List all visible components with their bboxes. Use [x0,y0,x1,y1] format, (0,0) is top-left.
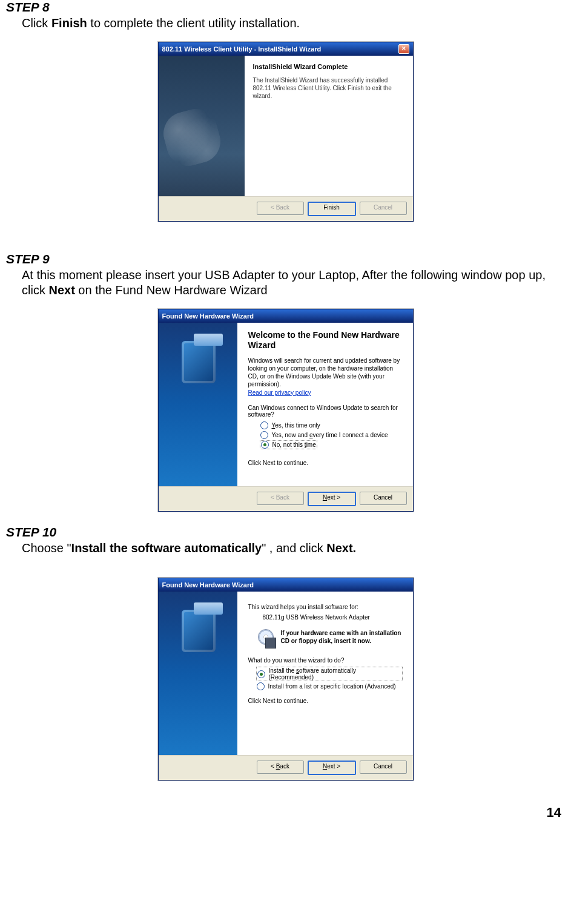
dialog-body: InstallShield Wizard Complete The Instal… [159,56,413,196]
info-box: If your hardware came with an installati… [257,629,402,647]
radio-icon [260,421,268,429]
back-button: < Back [257,492,304,505]
info-text: If your hardware came with an installati… [281,629,402,645]
cancel-button: Cancel [360,202,407,215]
step10-heading: STEP 10 [6,525,565,540]
dialog-footer: < Back Finish Cancel [159,196,413,221]
step9-figure: Found New Hardware Wizard Welcome to the… [6,309,565,512]
step8-heading: STEP 8 [6,0,565,15]
step10-body-prefix: Choose " [22,541,71,555]
radio-icon-checked [257,670,265,678]
radio-label: Install from a list or specific location… [268,683,396,690]
step8-body: Click Finish to complete the client util… [22,16,565,31]
wizard-main: This wizard helps you install software f… [237,592,413,755]
next-button[interactable]: Next > [308,492,356,506]
titlebar-buttons: ✕ [398,44,409,54]
radio-yes-always[interactable]: Yes, now and every time I connect a devi… [260,431,402,439]
radio-no[interactable]: No, not this time [260,441,317,449]
installshield-dialog: 802.11 Wireless Client Utility - Install… [158,42,414,222]
step9-body-suffix: on the Fund New Hardware Wizard [75,283,268,297]
dialog-title: Found New Hardware Wizard [162,312,254,320]
cancel-button[interactable]: Cancel [360,492,407,505]
dialog-footer: < Back Next > Cancel [159,755,413,780]
back-button: < Back [257,202,304,215]
dialog-title: Found New Hardware Wizard [162,581,254,589]
radio-label: Yes, now and every time I connect a devi… [272,432,388,438]
dialog-titlebar: 802.11 Wireless Client Utility - Install… [159,42,413,56]
step8-body-suffix: to complete the client utility installat… [87,16,300,30]
radio-auto[interactable]: Install the software automatically (Reco… [257,667,402,681]
back-button[interactable]: < Back [257,761,304,774]
step9-body: At this moment please insert your USB Ad… [22,268,565,298]
finish-button[interactable]: Finish [308,202,356,216]
step10-body-mid: " , and click [262,541,326,555]
radio-label: Yes, this time only [272,422,320,429]
dialog-body: This wizard helps you install software f… [159,592,413,755]
continue-text: Click Next to continue. [248,460,402,466]
radio-label: No, not this time [272,441,316,448]
radio-group: Yes, this time only Yes, now and every t… [260,421,402,449]
wizard-question: Can Windows connect to Windows Update to… [248,404,402,418]
radio-icon [257,682,265,690]
dialog-body: Welcome to the Found New Hardware Wizard… [159,323,413,486]
cd-floppy-icon [257,629,275,647]
dialog-main: InstallShield Wizard Complete The Instal… [245,56,413,196]
step10-body: Choose "Install the software automatical… [22,541,565,556]
radio-icon-checked [261,441,269,449]
dialog-titlebar: Found New Hardware Wizard [159,309,413,323]
dialog-text: The InstallShield Wizard has successfull… [253,76,404,100]
step8-body-prefix: Click [22,16,51,30]
radio-yes-once[interactable]: Yes, this time only [260,421,402,429]
privacy-link[interactable]: Read our privacy policy [248,389,311,396]
close-icon[interactable]: ✕ [398,44,409,54]
continue-text: Click Next to continue. [248,698,402,704]
wizard-desc: Windows will search for current and upda… [248,357,402,388]
wizard-heading: Welcome to the Found New Hardware Wizard [248,330,402,351]
fnhw-dialog-2: Found New Hardware Wizard This wizard he… [158,578,414,780]
dialog-titlebar: Found New Hardware Wizard [159,578,413,592]
dialog-heading: InstallShield Wizard Complete [253,63,404,70]
dialog-footer: < Back Next > Cancel [159,486,413,511]
step10-body-bold2: Next. [326,541,356,555]
step9-body-bold: Next [48,283,74,297]
step10-figure: Found New Hardware Wizard This wizard he… [6,578,565,780]
radio-advanced[interactable]: Install from a list or specific location… [257,682,402,690]
radio-group: Install the software automatically (Reco… [257,667,402,690]
step8-figure: 802.11 Wireless Client Utility - Install… [6,42,565,222]
wizard-question: What do you want the wizard to do? [248,657,402,664]
step9-heading: STEP 9 [6,252,565,266]
wizard-helps: This wizard helps you install software f… [248,604,402,610]
next-button[interactable]: Next > [308,761,356,775]
radio-label: Install the software automatically (Reco… [269,667,401,681]
wizard-main: Welcome to the Found New Hardware Wizard… [237,323,413,486]
page-number: 14 [6,805,565,820]
fnhw-dialog: Found New Hardware Wizard Welcome to the… [158,309,414,512]
wizard-sidebar-graphic [159,592,237,755]
dialog-sidebar-graphic [159,56,245,196]
wizard-sidebar-graphic [159,323,237,486]
step10-body-bold: Install the software automatically [71,541,262,555]
cancel-button[interactable]: Cancel [360,761,407,774]
dialog-title: 802.11 Wireless Client Utility - Install… [162,45,322,53]
radio-icon [260,431,268,439]
step8-body-bold: Finish [51,16,87,30]
device-name: 802.11g USB Wireless Network Adapter [263,614,402,621]
